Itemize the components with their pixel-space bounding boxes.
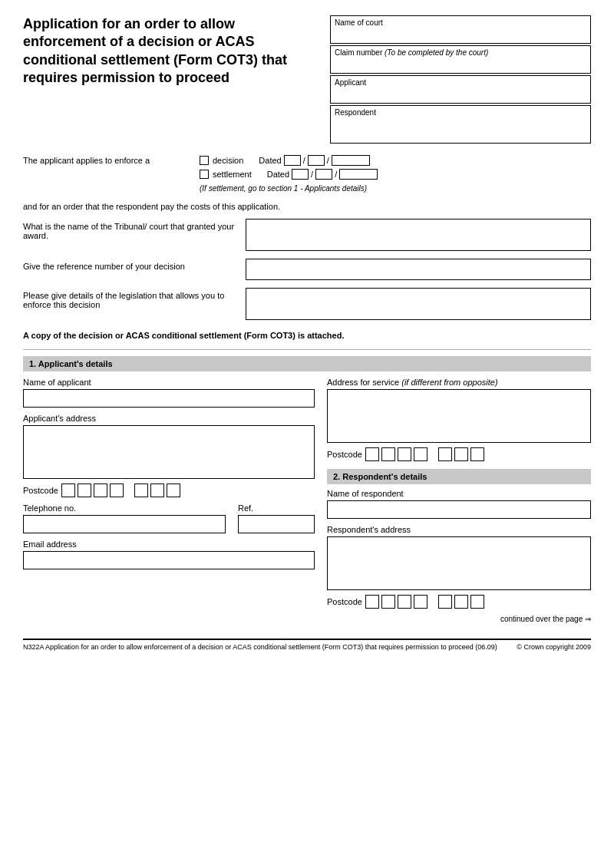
court-name-field: Name of court	[330, 15, 591, 44]
decision-month-box[interactable]	[308, 155, 325, 166]
service-postcode-boxes1	[365, 447, 427, 461]
decision-checkbox[interactable]	[200, 156, 209, 165]
footer-description: Application for an order to allow enforc…	[45, 643, 497, 651]
ref-group: Ref.	[238, 503, 315, 533]
page-title: Application for an order to allow enforc…	[23, 15, 315, 87]
settlement-sep2: /	[335, 170, 337, 179]
decision-sep2: /	[327, 156, 329, 165]
pc-box-3[interactable]	[94, 484, 107, 497]
claim-number-label: Claim number (To be completed by the cou…	[335, 48, 586, 57]
respondent-label: Respondent	[335, 108, 586, 117]
settlement-row: settlement Dated / /	[23, 169, 591, 180]
decision-dated-group: Dated / /	[259, 155, 369, 166]
rpc-box-1[interactable]	[365, 595, 379, 609]
tel-ref-row: Telephone no. Ref.	[23, 503, 315, 533]
reference-row: Give the reference number of your decisi…	[23, 259, 591, 280]
settlement-dated-label: Dated	[267, 170, 289, 179]
spc-box-1[interactable]	[365, 447, 379, 461]
service-postcode-row: Postcode	[327, 447, 591, 461]
footer-left: N322A Application for an order to allow …	[23, 643, 497, 651]
pc-box-4[interactable]	[110, 484, 124, 497]
section1-header: 1. Applicant's details	[23, 356, 591, 371]
rpc-box-3[interactable]	[398, 595, 411, 609]
settlement-dated-group: Dated / /	[267, 169, 378, 180]
court-fields-block: Name of court Claim number (To be comple…	[330, 15, 591, 144]
pc-box-1[interactable]	[61, 484, 75, 497]
applicant-postcode-row: Postcode	[23, 484, 315, 497]
rpc-box-7[interactable]	[470, 595, 484, 609]
decision-year-box[interactable]	[332, 155, 370, 166]
footer-bar: N322A Application for an order to allow …	[23, 639, 591, 651]
spc-box-7[interactable]	[470, 447, 484, 461]
spc-box-5[interactable]	[438, 447, 452, 461]
tribunal-row: What is the name of the Tribunal/ court …	[23, 219, 591, 251]
decision-label: decision	[213, 156, 243, 165]
settlement-day-box[interactable]	[292, 169, 309, 180]
applicant-postcode-label: Postcode	[23, 486, 58, 495]
applicant-address-input[interactable]	[23, 425, 315, 479]
respondent-name-input[interactable]	[327, 500, 591, 519]
respondent-postcode-label: Postcode	[327, 597, 362, 606]
costs-line: and for an order that the respondent pay…	[23, 202, 591, 211]
applicant-postcode-boxes2	[134, 484, 180, 497]
tribunal-label: What is the name of the Tribunal/ court …	[23, 219, 238, 240]
spc-box-3[interactable]	[398, 447, 411, 461]
rpc-box-4[interactable]	[414, 595, 427, 609]
tribunal-input[interactable]	[246, 219, 591, 251]
service-postcode-boxes2	[438, 447, 484, 461]
respondent-name-label: Name of respondent	[327, 489, 591, 498]
continued-line: continued over the page ⇒	[23, 615, 591, 623]
email-input[interactable]	[23, 551, 315, 569]
ref-input[interactable]	[238, 515, 315, 533]
copyright: © Crown copyright 2009	[517, 643, 591, 651]
form-code: N322A	[23, 643, 44, 651]
respondent-address-input[interactable]	[327, 536, 591, 590]
section1-two-col: Name of applicant Applicant's address Po…	[23, 378, 591, 609]
spc-box-6[interactable]	[454, 447, 468, 461]
footer-right: © Crown copyright 2009	[517, 643, 591, 651]
legislation-label: Please give details of the legislation t…	[23, 288, 238, 309]
name-applicant-input[interactable]	[23, 389, 315, 408]
service-postcode-label: Postcode	[327, 450, 362, 459]
rpc-box-2[interactable]	[381, 595, 395, 609]
applicant-value[interactable]	[335, 88, 586, 101]
rpc-box-6[interactable]	[454, 595, 468, 609]
telephone-group: Telephone no.	[23, 503, 226, 533]
court-name-value[interactable]	[335, 28, 586, 41]
section1-left: Name of applicant Applicant's address Po…	[23, 378, 315, 609]
address-service-input[interactable]	[327, 389, 591, 443]
applicant-postcode-boxes1	[61, 484, 124, 497]
rpc-box-5[interactable]	[438, 595, 452, 609]
pc-box-2[interactable]	[78, 484, 91, 497]
settlement-checkbox-group: settlement	[200, 170, 252, 179]
respondent-value[interactable]	[335, 118, 586, 130]
enforce-intro: The applicant applies to enforce a	[23, 156, 192, 165]
ref-label: Ref.	[238, 503, 315, 513]
decision-row: The applicant applies to enforce a decis…	[23, 155, 591, 166]
settlement-sep1: /	[311, 170, 313, 179]
decision-day-box[interactable]	[284, 155, 301, 166]
reference-input[interactable]	[246, 259, 591, 280]
applicant-field: Applicant	[330, 75, 591, 104]
spc-box-4[interactable]	[414, 447, 427, 461]
legislation-row: Please give details of the legislation t…	[23, 288, 591, 320]
email-label: Email address	[23, 540, 315, 549]
section2-header: 2. Respondent's details	[327, 469, 591, 484]
header-section: Application for an order to allow enforc…	[23, 15, 591, 144]
claim-number-value[interactable]	[335, 58, 586, 71]
pc-box-5[interactable]	[134, 484, 148, 497]
settlement-note: (If settlement, go to section 1 - Applic…	[200, 184, 591, 193]
spc-box-2[interactable]	[381, 447, 395, 461]
telephone-input[interactable]	[23, 515, 226, 533]
settlement-month-box[interactable]	[315, 169, 332, 180]
legislation-input[interactable]	[246, 288, 591, 320]
pc-box-6[interactable]	[150, 484, 164, 497]
respondent-postcode-row: Postcode	[327, 595, 591, 609]
telephone-label: Telephone no.	[23, 503, 226, 513]
settlement-checkbox[interactable]	[200, 170, 209, 179]
settlement-label: settlement	[213, 170, 252, 179]
settlement-year-box[interactable]	[339, 169, 378, 180]
email-group: Email address	[23, 540, 315, 569]
decision-sep1: /	[303, 156, 305, 165]
pc-box-7[interactable]	[167, 484, 180, 497]
